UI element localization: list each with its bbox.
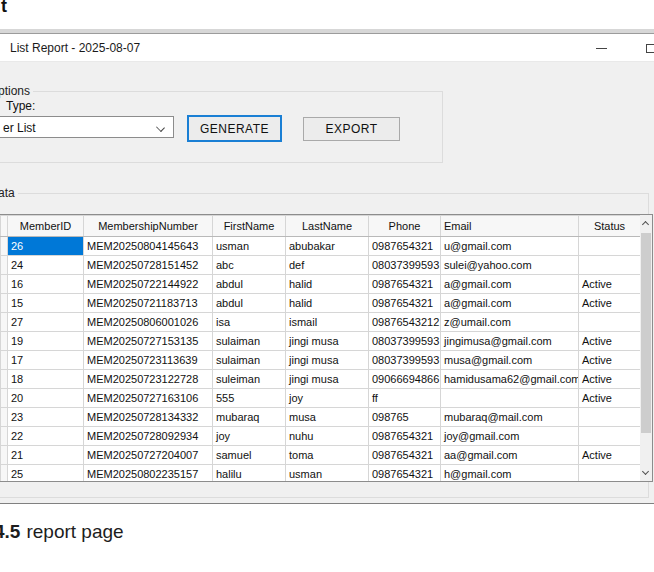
grid-cell[interactable]: 0987654321 bbox=[369, 275, 441, 294]
grid-cell[interactable]: 24 bbox=[8, 256, 84, 275]
grid-cell[interactable]: 17 bbox=[8, 351, 84, 370]
row-header-corner[interactable] bbox=[1, 216, 8, 237]
grid-cell[interactable]: MEM20250728092934 bbox=[84, 427, 213, 446]
grid-cell[interactable]: 16 bbox=[8, 275, 84, 294]
grid-cell[interactable]: MEM20250721183713 bbox=[84, 294, 213, 313]
grid-cell[interactable] bbox=[441, 389, 579, 408]
grid-cell[interactable]: jingi musa bbox=[286, 332, 369, 351]
grid-cell[interactable]: mubaraq@mail.com bbox=[441, 408, 579, 427]
column-header-membershipnumber[interactable]: MembershipNumber bbox=[84, 216, 213, 237]
grid-cell[interactable] bbox=[579, 313, 641, 332]
scrollbar-thumb[interactable] bbox=[641, 233, 651, 433]
grid-cell[interactable]: MEM20250723113639 bbox=[84, 351, 213, 370]
grid-cell[interactable]: Active bbox=[579, 446, 641, 465]
grid-cell[interactable]: joy bbox=[213, 427, 286, 446]
grid-cell[interactable]: u@gmail.com bbox=[441, 237, 579, 256]
grid-cell[interactable]: aa@gmail.com bbox=[441, 446, 579, 465]
report-type-dropdown[interactable]: er List bbox=[0, 116, 174, 138]
grid-cell[interactable] bbox=[579, 408, 641, 427]
grid-cell[interactable]: 21 bbox=[8, 446, 84, 465]
grid-cell[interactable]: 25 bbox=[8, 465, 84, 483]
scroll-down-button[interactable] bbox=[640, 464, 652, 481]
grid-cell[interactable]: ff bbox=[369, 389, 441, 408]
grid-cell[interactable]: usman bbox=[213, 237, 286, 256]
row-header-cell[interactable] bbox=[1, 332, 8, 351]
grid-cell[interactable]: 08037399593 bbox=[369, 351, 441, 370]
column-header-firstname[interactable]: FirstName bbox=[213, 216, 286, 237]
generate-button[interactable]: GENERATE bbox=[187, 115, 282, 142]
grid-cell[interactable]: isa bbox=[213, 313, 286, 332]
column-header-email[interactable]: Email bbox=[441, 216, 579, 237]
maximize-button[interactable] bbox=[638, 34, 654, 62]
row-header-cell[interactable] bbox=[1, 256, 8, 275]
grid-cell[interactable]: 23 bbox=[8, 408, 84, 427]
grid-cell[interactable]: nuhu bbox=[286, 427, 369, 446]
export-button[interactable]: EXPORT bbox=[303, 117, 400, 141]
grid-cell[interactable]: 0987654321 bbox=[369, 465, 441, 483]
grid-cell[interactable]: 098765 bbox=[369, 408, 441, 427]
grid-cell[interactable]: Active bbox=[579, 275, 641, 294]
column-header-status[interactable]: Status bbox=[579, 216, 641, 237]
row-header-cell[interactable] bbox=[1, 351, 8, 370]
grid-cell[interactable]: musa@gmail.com bbox=[441, 351, 579, 370]
grid-cell[interactable]: MEM20250727163106 bbox=[84, 389, 213, 408]
grid-cell[interactable]: MEM20250727204007 bbox=[84, 446, 213, 465]
column-header-memberid[interactable]: MemberID bbox=[8, 216, 84, 237]
row-header-cell[interactable] bbox=[1, 465, 8, 483]
minimize-button[interactable] bbox=[585, 34, 619, 62]
grid-cell[interactable]: 09066694866 bbox=[369, 370, 441, 389]
grid-cell[interactable]: z@umail.com bbox=[441, 313, 579, 332]
grid-cell[interactable]: abubakar bbox=[286, 237, 369, 256]
grid-cell[interactable]: Active bbox=[579, 332, 641, 351]
grid-cell[interactable]: sulaiman bbox=[213, 332, 286, 351]
grid-cell[interactable]: MEM20250728151452 bbox=[84, 256, 213, 275]
grid-cell[interactable]: mubaraq bbox=[213, 408, 286, 427]
grid-cell[interactable]: MEM20250728134332 bbox=[84, 408, 213, 427]
grid-cell[interactable]: abdul bbox=[213, 275, 286, 294]
grid-cell[interactable]: sulei@yahoo.com bbox=[441, 256, 579, 275]
grid-cell[interactable]: 0987654321 bbox=[369, 427, 441, 446]
grid-cell[interactable]: abdul bbox=[213, 294, 286, 313]
grid-cell[interactable]: 0987654321 bbox=[369, 237, 441, 256]
grid-cell[interactable]: jingi musa bbox=[286, 370, 369, 389]
grid-cell[interactable]: 0987654321 bbox=[369, 446, 441, 465]
grid-cell[interactable]: 27 bbox=[8, 313, 84, 332]
grid-cell[interactable]: MEM20250723122728 bbox=[84, 370, 213, 389]
row-header-cell[interactable] bbox=[1, 370, 8, 389]
grid-cell[interactable]: abc bbox=[213, 256, 286, 275]
row-header-cell[interactable] bbox=[1, 275, 8, 294]
row-header-cell[interactable] bbox=[1, 427, 8, 446]
grid-cell[interactable]: 08037399593 bbox=[369, 256, 441, 275]
grid-cell[interactable]: Active bbox=[579, 389, 641, 408]
grid-cell[interactable]: a@gmail.com bbox=[441, 294, 579, 313]
grid-cell[interactable]: ismail bbox=[286, 313, 369, 332]
grid-cell[interactable]: Active bbox=[579, 351, 641, 370]
grid-cell[interactable] bbox=[579, 256, 641, 275]
grid-cell[interactable]: 0987654321 bbox=[369, 294, 441, 313]
grid-cell[interactable] bbox=[579, 465, 641, 483]
grid-cell[interactable]: joy@gmail.com bbox=[441, 427, 579, 446]
row-header-cell[interactable] bbox=[1, 313, 8, 332]
row-header-cell[interactable] bbox=[1, 294, 8, 313]
grid-cell[interactable]: sulaiman bbox=[213, 351, 286, 370]
grid-cell[interactable]: h@gmail.com bbox=[441, 465, 579, 483]
grid-cell[interactable]: 09876543212 bbox=[369, 313, 441, 332]
scroll-up-button[interactable] bbox=[640, 215, 652, 232]
column-header-lastname[interactable]: LastName bbox=[286, 216, 369, 237]
grid-cell[interactable]: 18 bbox=[8, 370, 84, 389]
row-header-cell[interactable] bbox=[1, 389, 8, 408]
grid-cell[interactable] bbox=[579, 427, 641, 446]
grid-cell[interactable]: toma bbox=[286, 446, 369, 465]
grid-cell[interactable]: MEM20250727153135 bbox=[84, 332, 213, 351]
grid-cell[interactable]: 08037399593 bbox=[369, 332, 441, 351]
grid-cell[interactable]: jingimusa@gmail.com bbox=[441, 332, 579, 351]
vertical-scrollbar[interactable] bbox=[640, 215, 652, 481]
grid-cell[interactable]: MEM20250806001026 bbox=[84, 313, 213, 332]
grid-cell[interactable]: Active bbox=[579, 294, 641, 313]
grid-cell[interactable]: 22 bbox=[8, 427, 84, 446]
grid-cell[interactable]: MEM20250802235157 bbox=[84, 465, 213, 483]
grid-cell[interactable]: musa bbox=[286, 408, 369, 427]
grid-cell[interactable]: def bbox=[286, 256, 369, 275]
column-header-phone[interactable]: Phone bbox=[369, 216, 441, 237]
grid-cell[interactable]: hamidusama62@gmail.com bbox=[441, 370, 579, 389]
